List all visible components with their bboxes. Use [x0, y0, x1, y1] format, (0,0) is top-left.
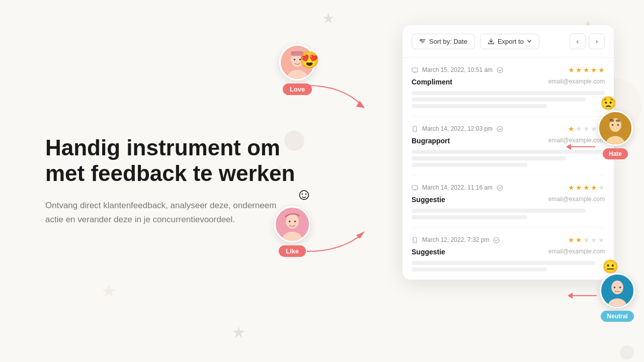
avatar-neutral-circle: [600, 273, 635, 308]
emoji-hate: 😟: [600, 96, 616, 111]
deco-circle-2: [620, 345, 634, 359]
item-4-meta: March 12, 2022, 7:32 pm: [412, 236, 500, 243]
item-3-lines: [412, 209, 605, 219]
emoji-love: 😍: [299, 50, 319, 69]
svg-point-32: [611, 281, 623, 294]
item-1-header: March 15, 2022, 10:51 am ★ ★ ★ ★ ★: [412, 66, 605, 74]
like-label: Like: [279, 245, 306, 257]
svg-point-19: [497, 185, 503, 191]
item-1-body: Compliment email@example.com: [412, 78, 605, 86]
neutral-label: Neutral: [601, 311, 633, 322]
item-1-lines: [412, 91, 605, 108]
avatar-hate: 😟 Hate: [598, 111, 633, 159]
nav-buttons: ‹ ›: [570, 33, 605, 49]
avatar-neutral: 😐 Neutral: [600, 273, 635, 322]
svg-rect-18: [412, 186, 418, 190]
item-2-body: Bugrapport email@example.com: [412, 137, 605, 145]
verified-icon: [497, 67, 503, 73]
card-toolbar: Sort by: Date Export to ‹ ›: [403, 25, 614, 58]
feedback-card: Sort by: Date Export to ‹ ›: [403, 25, 614, 280]
item-4-stars: ★ ★ ★ ★ ★: [568, 236, 605, 244]
export-icon: [488, 38, 495, 45]
verified-icon-3: [497, 185, 503, 191]
feedback-list: March 15, 2022, 10:51 am ★ ★ ★ ★ ★ Compl…: [403, 58, 614, 280]
svg-point-35: [619, 287, 621, 289]
item-3-meta: March 14, 2022, 11:16 am: [412, 184, 503, 191]
mobile-icon: [412, 126, 418, 132]
verified-icon-2: [497, 126, 503, 132]
feedback-item-4: March 12, 2022, 7:32 pm ★ ★ ★ ★ ★ Sugges…: [412, 228, 605, 280]
page-title: Handig instrument om met feedback te wer…: [45, 135, 312, 186]
svg-rect-13: [412, 68, 418, 72]
svg-point-4: [294, 59, 296, 61]
page-subtitle: Ontvang direct klantenfeedback, analysee…: [45, 199, 287, 227]
item-1-meta: March 15, 2022, 10:51 am: [412, 66, 503, 73]
emoji-like: ☺️: [296, 185, 312, 204]
item-3-stars: ★ ★ ★ ★ ★: [568, 184, 605, 192]
svg-rect-28: [610, 119, 614, 122]
svg-marker-36: [568, 293, 573, 299]
svg-point-16: [415, 130, 415, 131]
mobile-icon-4: [412, 237, 418, 243]
item-3-body: Suggestie email@example.com: [412, 196, 605, 204]
nav-prev-button[interactable]: ‹: [570, 33, 586, 49]
nav-next-button[interactable]: ›: [589, 33, 605, 49]
item-2-meta: March 14, 2022, 12:03 pm: [412, 125, 503, 132]
svg-point-22: [494, 237, 499, 243]
svg-point-27: [617, 124, 619, 126]
monitor-icon: [412, 67, 418, 73]
svg-marker-12: [356, 231, 365, 239]
svg-point-17: [497, 126, 503, 132]
avatar-like: Like: [274, 206, 310, 257]
item-2-header: March 14, 2022, 12:03 pm ★ ★ ★ ★ ★: [412, 125, 605, 133]
item-1-stars: ★ ★ ★ ★ ★: [568, 66, 605, 74]
svg-point-21: [415, 241, 415, 242]
feedback-item-1: March 15, 2022, 10:51 am ★ ★ ★ ★ ★ Compl…: [412, 58, 605, 117]
verified-icon-4: [493, 237, 500, 243]
svg-point-11: [294, 221, 296, 223]
emoji-neutral: 😐: [602, 259, 618, 275]
sort-button[interactable]: Sort by: Date: [412, 34, 475, 49]
item-3-header: March 14, 2022, 11:16 am ★ ★ ★ ★ ★: [412, 184, 605, 192]
item-2-lines: [412, 150, 605, 167]
svg-marker-6: [356, 101, 365, 108]
export-label: Export to: [498, 38, 524, 45]
feedback-item-3: March 14, 2022, 11:16 am ★ ★ ★ ★ ★ Sugge…: [412, 175, 605, 228]
chevron-down-icon: [527, 39, 532, 44]
item-4-body: Suggestie email@example.com: [412, 248, 605, 256]
svg-point-14: [497, 67, 503, 73]
item-4-header: March 12, 2022, 7:32 pm ★ ★ ★ ★ ★: [412, 236, 605, 244]
export-button[interactable]: Export to: [480, 34, 539, 49]
svg-point-26: [612, 124, 614, 126]
svg-point-34: [614, 287, 616, 289]
sort-icon: [419, 38, 426, 45]
sort-label: Sort by: Date: [429, 38, 467, 45]
avatar-like-circle: [274, 206, 310, 242]
feedback-item-2: March 14, 2022, 12:03 pm ★ ★ ★ ★ ★ Bugra…: [412, 117, 605, 175]
item-4-lines: [412, 261, 605, 272]
love-label: Love: [283, 83, 312, 95]
hate-label: Hate: [603, 148, 628, 159]
svg-point-10: [289, 221, 291, 223]
avatar-hate-circle: [598, 111, 633, 146]
monitor-icon-3: [412, 185, 418, 191]
arrow-neutral: [568, 290, 598, 302]
svg-rect-29: [616, 120, 620, 122]
